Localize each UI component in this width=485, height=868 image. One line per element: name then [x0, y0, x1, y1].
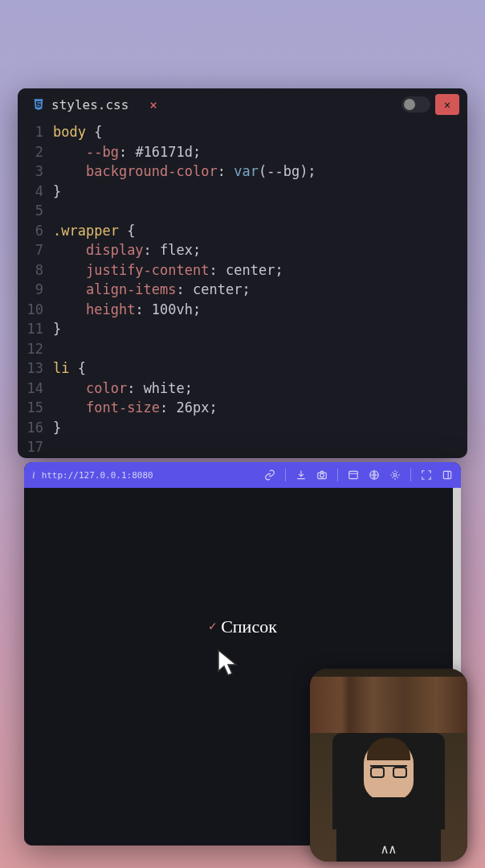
window-close-button[interactable]: ✕ — [435, 94, 459, 115]
settings-icon[interactable] — [389, 469, 401, 481]
list-item: ✓ Список — [208, 616, 277, 637]
svg-point-1 — [320, 473, 324, 477]
mouse-cursor-icon — [217, 649, 239, 679]
expand-icon[interactable] — [421, 469, 432, 481]
editor-body[interactable]: 1234567891011121314151617 body { --bg: #… — [18, 121, 467, 458]
webcam-overlay: ∧∧ — [310, 669, 467, 862]
file-tab[interactable]: styles.css × — [26, 97, 164, 113]
info-icon[interactable]: i — [32, 469, 35, 481]
checkmark-icon: ✓ — [208, 620, 218, 633]
editor-tab-bar: styles.css × ✕ — [18, 88, 467, 121]
window-controls: ✕ — [401, 94, 459, 115]
svg-rect-5 — [443, 471, 450, 478]
tab-filename: styles.css — [51, 97, 128, 113]
svg-point-4 — [393, 473, 397, 477]
css3-icon — [32, 98, 45, 111]
panel-icon[interactable] — [442, 469, 453, 481]
code-editor-window: styles.css × ✕ 1234567891011121314151617… — [18, 88, 467, 458]
camera-icon[interactable] — [316, 469, 328, 481]
theme-toggle[interactable] — [401, 96, 430, 113]
toolbar-icons — [264, 469, 453, 481]
line-number-gutter: 1234567891011121314151617 — [18, 122, 53, 457]
browser-toolbar: i http://127.0.0.1:8080 — [24, 462, 461, 488]
tab-close-icon[interactable]: × — [149, 97, 157, 113]
globe-icon[interactable] — [369, 469, 380, 481]
link-icon[interactable] — [264, 469, 275, 481]
code-content[interactable]: body { --bg: #16171d; background-color: … — [53, 122, 316, 457]
svg-rect-2 — [349, 471, 358, 478]
list-item-text: Список — [221, 616, 277, 637]
address-bar[interactable]: http://127.0.0.1:8080 — [42, 470, 153, 481]
window-icon[interactable] — [348, 469, 359, 481]
download-icon[interactable] — [295, 469, 307, 481]
